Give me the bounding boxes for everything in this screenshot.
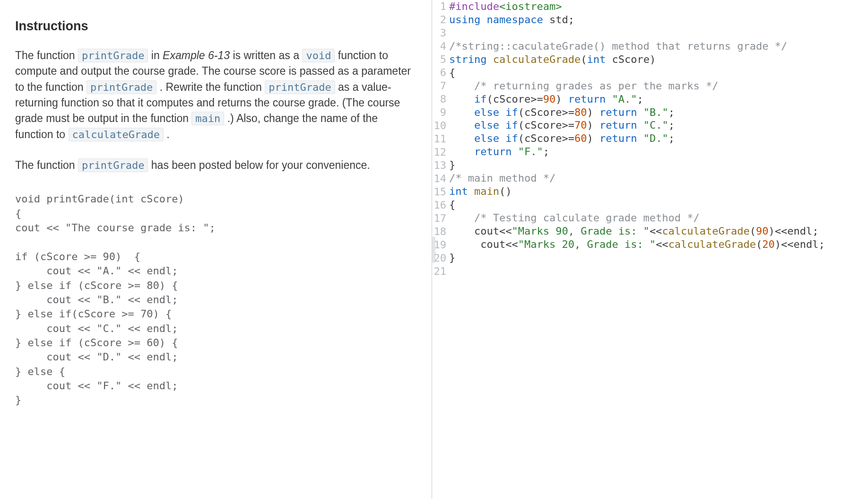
code-line[interactable]: else if(cScore>=70) return "C.";: [449, 119, 868, 132]
code-line[interactable]: int main(): [449, 185, 868, 198]
line-number: 21: [432, 265, 446, 278]
code-line[interactable]: {: [449, 66, 868, 79]
line-number: 9: [432, 106, 446, 119]
code-line[interactable]: /*string::caculateGrade() method that re…: [449, 40, 868, 53]
code-inline-main: main: [191, 112, 224, 125]
code-line[interactable]: /* returning grades as per the marks */: [449, 79, 868, 93]
code-inline-calculategrade: calculateGrade: [69, 128, 164, 141]
text-fragment: The function: [15, 49, 78, 61]
line-number: 11: [432, 132, 446, 146]
text-fragment: .: [166, 128, 169, 140]
code-editor-panel[interactable]: 123456789101112131415161718192021 #inclu…: [432, 0, 868, 499]
text-fragment: . Rewrite the function: [160, 81, 265, 93]
line-number: 17: [432, 212, 446, 225]
line-number: 7: [432, 79, 446, 93]
code-line[interactable]: else if(cScore>=80) return "B.";: [449, 106, 868, 119]
reference-code-block: void printGrade(int cScore) { cout << "T…: [15, 192, 417, 407]
example-reference: Example 6-13: [163, 49, 230, 61]
code-line[interactable]: /* main method */: [449, 172, 868, 185]
code-line[interactable]: {: [449, 198, 868, 211]
line-number: 5: [432, 53, 446, 66]
instructions-paragraph-2: The function printGrade has been posted …: [15, 158, 417, 173]
line-number: 10: [432, 119, 446, 132]
line-number: 15: [432, 185, 446, 199]
panel-resize-handle[interactable]: [432, 236, 435, 263]
code-line[interactable]: [449, 26, 868, 40]
code-editor[interactable]: 123456789101112131415161718192021 #inclu…: [432, 0, 868, 499]
code-line[interactable]: else if(cScore>=60) return "D.";: [449, 132, 868, 145]
app-root: Instructions The function printGrade in …: [0, 0, 868, 499]
line-number: 13: [432, 159, 446, 172]
code-line[interactable]: /* Testing calculate grade method */: [449, 211, 868, 225]
code-line[interactable]: #include<iostream>: [449, 0, 868, 13]
code-inline-printgrade: printGrade: [78, 49, 148, 62]
instructions-paragraph-1: The function printGrade in Example 6-13 …: [15, 48, 417, 142]
code-inline-printgrade: printGrade: [87, 80, 156, 94]
code-line[interactable]: cout<<"Marks 20, Grade is: "<<calculateG…: [449, 238, 868, 251]
instructions-heading: Instructions: [15, 19, 417, 34]
code-line[interactable]: string calculateGrade(int cScore): [449, 53, 868, 66]
text-fragment: has been posted below for your convenien…: [151, 159, 370, 171]
code-line[interactable]: return "F.";: [449, 145, 868, 158]
code-inline-void: void: [302, 49, 335, 62]
line-number: 2: [432, 13, 446, 26]
code-line[interactable]: if(cScore>=90) return "A.";: [449, 93, 868, 106]
instructions-panel[interactable]: Instructions The function printGrade in …: [0, 0, 432, 499]
code-line[interactable]: using namespace std;: [449, 13, 868, 26]
code-inline-printgrade: printGrade: [78, 158, 148, 172]
code-line[interactable]: }: [449, 158, 868, 172]
text-fragment: in: [151, 49, 163, 61]
line-number: 12: [432, 146, 446, 159]
line-number: 8: [432, 93, 446, 106]
text-fragment: is written as a: [233, 49, 302, 61]
code-line[interactable]: cout<<"Marks 90, Grade is: "<<calculateG…: [449, 225, 868, 238]
line-number: 14: [432, 172, 446, 185]
code-line[interactable]: }: [449, 251, 868, 264]
line-number: 4: [432, 40, 446, 53]
code-line[interactable]: [449, 264, 868, 278]
line-number: 3: [432, 26, 446, 40]
editor-code-area[interactable]: #include<iostream>using namespace std;/*…: [449, 0, 868, 499]
line-number: 16: [432, 199, 446, 212]
code-inline-printgrade: printGrade: [265, 80, 335, 94]
line-number: 6: [432, 66, 446, 79]
line-number: 1: [432, 0, 446, 13]
text-fragment: The function: [15, 159, 78, 171]
